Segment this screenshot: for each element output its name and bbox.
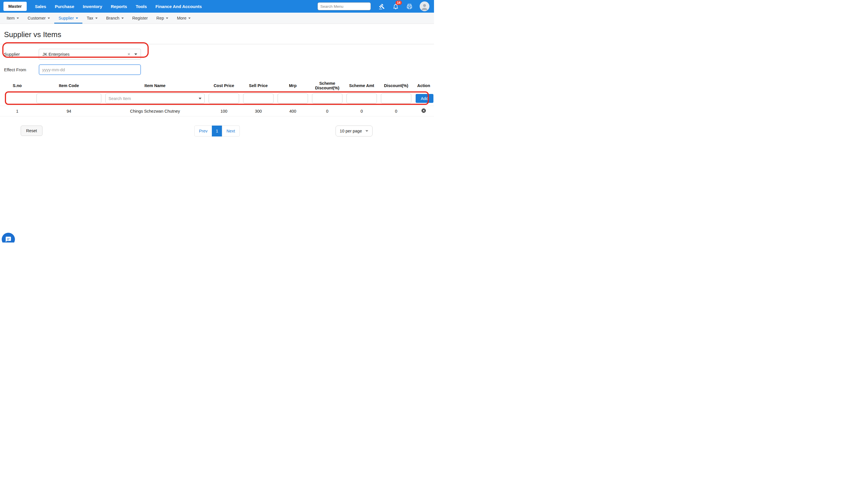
effect-from-date-input[interactable] [39,64,141,75]
menu-item-purchase[interactable]: Purchase [51,4,79,9]
cell-item-name: Chings Schezwan Chutney [103,109,207,113]
effect-from-form-row: Effect From [4,64,434,75]
subnav-item-item[interactable]: Item [2,12,23,24]
subnav-item-label: Item [7,16,14,20]
user-avatar[interactable] [420,1,429,11]
subnav-item-label: Rep [156,16,164,20]
supplier-items-table: S.no Item Code Item Name Cost Price Sell… [0,79,434,116]
item-code-filter-input[interactable] [36,93,101,104]
header-sno: S.no [0,82,34,90]
menu-item-tools[interactable]: Tools [131,4,151,9]
subnav-item-label: Supplier [59,16,74,20]
subnav-item-label: More [177,16,186,20]
subnav-item-label: Customer [28,16,45,20]
chevron-down-icon [95,18,98,19]
subnav-item-branch[interactable]: Branch [102,12,128,24]
footer-controls: Reset Prev 1 Next 10 per page [0,125,434,137]
gavel-icon[interactable] [378,3,385,10]
mrp-input[interactable] [278,93,308,104]
per-page-value: 10 per page [340,129,362,133]
circled-x-icon [421,108,426,113]
top-navigation-bar: Master Sales Purchase Inventory Reports … [0,0,434,12]
remove-row-button[interactable] [421,108,426,113]
page-title: Supplier vs Items [4,30,434,39]
effect-from-label: Effect From [4,67,39,72]
header-discount: Discount(%) [379,82,413,90]
header-item-name: Item Name [103,82,207,90]
sub-navigation-bar: Item Customer Supplier Tax Branch Regist… [0,12,434,24]
menu-item-sales[interactable]: Sales [31,4,51,9]
search-menu-input[interactable] [317,2,371,10]
subnav-item-supplier[interactable]: Supplier [54,12,82,24]
subnav-item-label: Register [132,16,148,20]
cell-cost-price: 100 [207,109,241,113]
chat-icon [5,236,11,242]
filter-item-code-cell [34,93,103,104]
scheme-discount-input[interactable] [312,93,342,104]
cell-scheme-discount: 0 [310,109,344,113]
chevron-down-icon[interactable] [134,53,137,55]
chevron-down-icon [76,18,78,19]
cell-action [413,108,434,114]
filter-scheme-discount-cell [310,93,344,104]
notification-count-badge: 14 [396,1,402,5]
chevron-down-icon [198,98,202,99]
chevron-down-icon [365,130,368,132]
supplier-form-row: Supplier JK Enterprises × [4,49,434,59]
subnav-item-rep[interactable]: Rep [152,12,173,24]
chevron-down-icon [17,18,19,19]
filter-cost-price-cell [207,93,241,104]
filter-scheme-amt-cell [344,93,379,104]
add-button[interactable]: Add [415,94,433,103]
search-item-select[interactable]: Search Item [105,93,205,104]
chat-widget-button[interactable] [2,233,15,242]
pagination-prev-button[interactable]: Prev [194,125,212,137]
topbar-icons: 14 [378,1,429,11]
filter-mrp-cell [276,93,310,104]
cell-item-code: 94 [34,109,103,113]
header-scheme-amt: Scheme Amt [344,82,379,90]
cost-price-input[interactable] [209,93,239,104]
printer-icon[interactable] [406,3,413,10]
per-page-select[interactable]: 10 per page [336,125,373,137]
cell-sno: 1 [0,109,34,113]
chevron-down-icon [188,18,191,19]
subnav-item-more[interactable]: More [173,12,195,24]
table-filter-row: Search Item Add [0,92,434,106]
discount-input[interactable] [381,93,411,104]
header-item-code: Item Code [34,82,103,90]
pagination: Prev 1 Next [194,125,240,137]
pagination-next-button[interactable]: Next [222,125,240,137]
notification-bell-icon[interactable]: 14 [392,3,399,10]
chevron-down-icon [166,18,168,19]
subnav-item-customer[interactable]: Customer [23,12,54,24]
subnav-item-label: Branch [106,16,119,20]
header-action: Action [413,82,434,90]
subnav-item-register[interactable]: Register [128,12,152,24]
clear-icon[interactable]: × [127,51,130,57]
reset-button[interactable]: Reset [21,125,42,136]
pagination-page-1-button[interactable]: 1 [212,125,222,137]
supplier-select[interactable]: JK Enterprises × [39,49,141,59]
supplier-selected-value: JK Enterprises [42,52,127,57]
filter-sell-price-cell [241,93,276,104]
filter-action-cell: Add [413,94,434,103]
menu-item-finance-and-accounts[interactable]: Finance And Accounts [151,4,206,9]
scheme-amt-input[interactable] [346,93,377,104]
master-menu-button[interactable]: Master [3,2,27,11]
filter-item-name-cell: Search Item [103,93,207,104]
header-cost-price: Cost Price [207,82,241,90]
header-scheme-discount: Scheme Discount(%) [310,79,344,92]
subnav-item-tax[interactable]: Tax [82,12,102,24]
subnav-item-label: Tax [87,16,93,20]
menu-item-reports[interactable]: Reports [106,4,131,9]
table-row: 1 94 Chings Schezwan Chutney 100 300 400… [0,106,434,116]
chevron-down-icon [121,18,124,19]
sell-price-input[interactable] [243,93,274,104]
header-mrp: Mrp [276,82,310,90]
search-item-placeholder-text: Search Item [108,96,198,101]
filter-discount-cell [379,93,413,104]
cell-discount: 0 [379,109,413,113]
table-header-row: S.no Item Code Item Name Cost Price Sell… [0,79,434,92]
menu-item-inventory[interactable]: Inventory [79,4,107,9]
